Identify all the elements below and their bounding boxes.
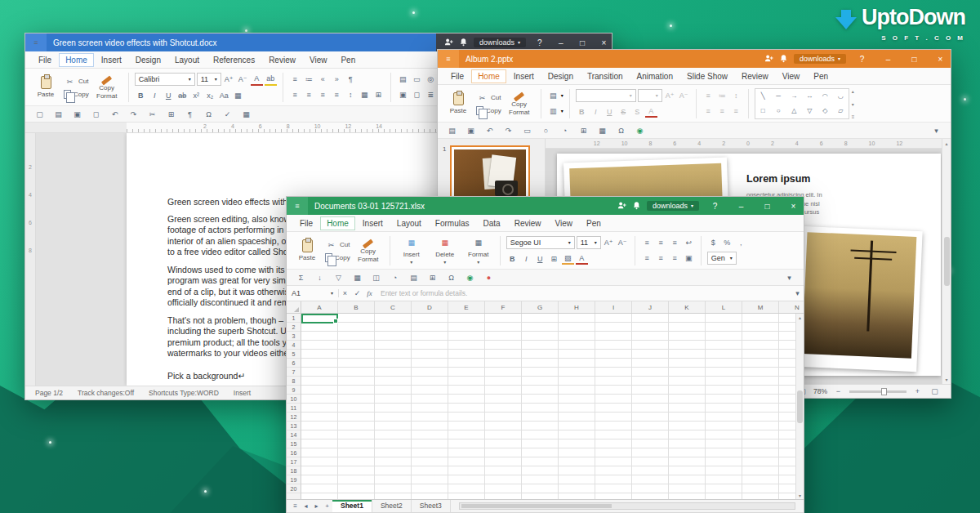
column-header[interactable]: F xyxy=(485,301,522,313)
row-header[interactable]: 4 xyxy=(287,341,301,350)
column-header[interactable]: N xyxy=(779,301,804,313)
numbered-list-icon[interactable] xyxy=(303,74,315,86)
bold-icon[interactable] xyxy=(506,252,519,265)
writer-tab-view[interactable]: View xyxy=(303,53,334,67)
sort-icon[interactable] xyxy=(314,271,326,283)
symbol-icon[interactable] xyxy=(615,124,627,136)
sheet-tab-home[interactable]: Home xyxy=(320,216,355,230)
redo-icon[interactable] xyxy=(502,124,514,136)
column-header[interactable]: D xyxy=(412,301,448,313)
print-icon[interactable] xyxy=(71,108,83,120)
superscript-icon[interactable] xyxy=(190,89,203,101)
ppt-tab-pen[interactable]: Pen xyxy=(807,69,835,83)
scroll-up-icon[interactable]: ▴ xyxy=(945,141,947,146)
new-slide-icon[interactable] xyxy=(547,90,559,102)
pilcrow-icon[interactable] xyxy=(184,108,196,120)
scroll-up-icon[interactable]: ▴ xyxy=(852,88,855,94)
sheet-tab-view[interactable]: View xyxy=(548,216,579,230)
column-header[interactable]: G xyxy=(522,301,559,313)
sheet-list-icon[interactable] xyxy=(290,501,301,511)
font-color-icon[interactable] xyxy=(251,74,263,86)
align-right-icon[interactable] xyxy=(669,252,681,265)
font-name-select[interactable]: ▾ xyxy=(576,89,636,102)
row-header[interactable]: 7 xyxy=(287,368,301,377)
shape-icon[interactable] xyxy=(540,124,552,136)
shape-line-icon[interactable] xyxy=(758,91,768,101)
copy-button[interactable]: Copy xyxy=(64,90,89,99)
autosum-icon[interactable] xyxy=(295,271,307,283)
line-spacing-icon[interactable] xyxy=(345,89,357,101)
shape-triangle-icon[interactable] xyxy=(789,106,799,116)
row-header[interactable]: 5 xyxy=(287,350,301,359)
sheet-tab-insert[interactable]: Insert xyxy=(356,216,390,230)
increase-indent-icon[interactable] xyxy=(331,74,343,86)
cell-reference-box[interactable]: A1 ▾ xyxy=(287,289,339,297)
italic-icon[interactable] xyxy=(590,105,602,118)
ppt-tab-transition[interactable]: Transition xyxy=(581,69,630,83)
downloads-dropdown[interactable]: downloads▾ xyxy=(474,38,526,47)
justify-icon[interactable] xyxy=(331,89,343,101)
shape-curve-icon[interactable] xyxy=(835,91,845,101)
row-header[interactable]: 3 xyxy=(287,332,301,341)
sheet-tab-sheet1[interactable]: Sheet1 xyxy=(332,500,372,512)
photo-frame-right[interactable] xyxy=(795,226,922,372)
number-format-select[interactable]: Gen▾ xyxy=(707,252,737,265)
cut-button[interactable]: Cut xyxy=(64,75,89,87)
format-painter-small-icon[interactable] xyxy=(146,108,158,120)
clear-format-icon[interactable] xyxy=(411,89,423,101)
ppt-tab-view[interactable]: View xyxy=(776,69,807,83)
align-right-icon[interactable] xyxy=(317,89,329,101)
find-replace-icon[interactable] xyxy=(425,74,437,86)
undo-icon[interactable] xyxy=(483,124,496,136)
font-name-select[interactable]: Calibri▾ xyxy=(135,73,195,86)
align-bottom-icon[interactable] xyxy=(669,237,681,249)
shape-rectangle-icon[interactable] xyxy=(758,106,768,116)
select-all-corner[interactable] xyxy=(287,301,301,314)
slide-heading[interactable]: Lorem ipsum xyxy=(746,173,811,185)
sheet-tab-formulas[interactable]: Formulas xyxy=(429,216,476,230)
copy-format-button[interactable]: Copy Format xyxy=(91,70,122,105)
sheet-tab-review[interactable]: Review xyxy=(508,216,548,230)
shortcuts-type-indicator[interactable]: Shortcuts Type:WORD xyxy=(149,389,219,397)
copy-format-button[interactable]: Copy Format xyxy=(353,234,384,268)
shape-diamond-icon[interactable] xyxy=(820,106,830,116)
column-header[interactable]: E xyxy=(448,301,485,313)
cut-button[interactable]: Cut xyxy=(325,239,350,251)
writer-tab-review[interactable]: Review xyxy=(262,53,302,67)
formula-input[interactable] xyxy=(376,289,791,297)
scrollbar-thumb[interactable] xyxy=(944,237,950,286)
notifications-bell-icon[interactable] xyxy=(459,35,468,50)
underline-icon[interactable] xyxy=(534,252,546,265)
cut-button[interactable]: Cut xyxy=(476,91,501,104)
expand-formula-bar-icon[interactable] xyxy=(791,288,804,300)
writer-app-menu-button[interactable] xyxy=(25,33,47,51)
shading-icon[interactable] xyxy=(359,89,371,101)
next-sheet-icon[interactable] xyxy=(311,501,322,511)
sheet-tab-data[interactable]: Data xyxy=(477,216,507,230)
font-name-select[interactable]: Segoe UI▾ xyxy=(506,236,575,249)
decrease-font-size-icon[interactable] xyxy=(617,237,629,249)
row-header[interactable]: 19 xyxy=(287,475,301,484)
copy-button[interactable]: Copy xyxy=(325,253,350,262)
borders-icon[interactable] xyxy=(548,252,560,265)
writer-tab-pen[interactable]: Pen xyxy=(334,53,362,67)
help-button[interactable]: ? xyxy=(705,197,725,215)
writer-tab-insert[interactable]: Insert xyxy=(95,53,128,67)
shape-double-arrow-icon[interactable] xyxy=(804,91,814,101)
table-style-icon[interactable] xyxy=(426,271,439,283)
ppt-tab-home[interactable]: Home xyxy=(471,69,506,83)
new-document-icon[interactable] xyxy=(33,108,46,120)
sheet-tab-sheet2[interactable]: Sheet2 xyxy=(372,500,412,512)
writer-tab-file[interactable]: File xyxy=(32,53,58,67)
freeze-panes-icon[interactable] xyxy=(464,271,476,283)
sheet-tab-file[interactable]: File xyxy=(293,216,319,230)
confirm-entry-icon[interactable] xyxy=(351,288,363,300)
collapse-ribbon-icon[interactable] xyxy=(930,124,942,136)
ppt-tab-slideshow[interactable]: Slide Show xyxy=(680,69,734,83)
line-spacing-icon[interactable] xyxy=(730,90,742,102)
row-header[interactable]: 8 xyxy=(287,377,301,386)
slide-layout-icon[interactable] xyxy=(547,105,559,118)
minimize-button[interactable]: – xyxy=(878,50,898,68)
row-header[interactable]: 20 xyxy=(287,484,301,493)
column-header[interactable]: H xyxy=(559,301,595,313)
